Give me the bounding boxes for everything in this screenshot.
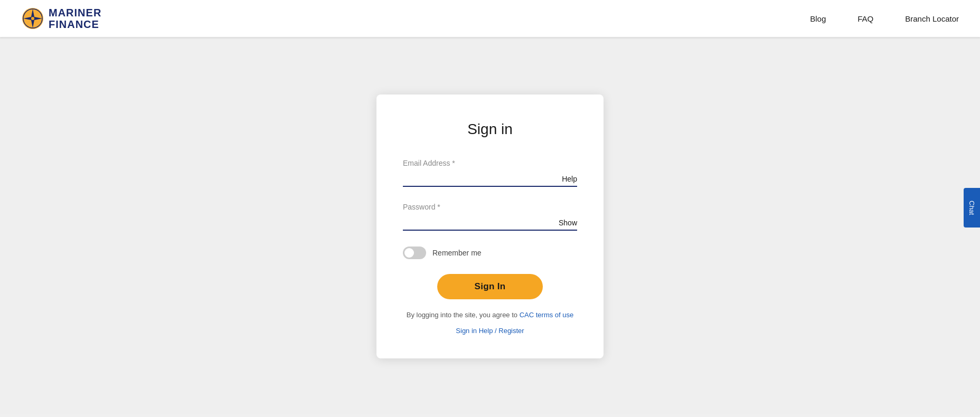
logo-finance: FINANCE bbox=[49, 18, 101, 30]
cac-terms-link[interactable]: CAC terms of use bbox=[520, 311, 574, 319]
password-label: Password * bbox=[403, 203, 440, 211]
password-input-wrapper: Show bbox=[403, 214, 577, 231]
terms-text: By logging into the site, you agree to C… bbox=[403, 310, 577, 320]
logo-text: MARINER FINANCE bbox=[49, 7, 101, 30]
email-input-wrapper: Help bbox=[403, 170, 577, 187]
nav-faq[interactable]: FAQ bbox=[858, 14, 873, 23]
email-label: Email Address * bbox=[403, 159, 455, 167]
logo-icon bbox=[21, 7, 44, 30]
nav-blog[interactable]: Blog bbox=[810, 14, 826, 23]
header: MARINER FINANCE Blog FAQ Branch Locator bbox=[0, 0, 980, 37]
nav-branch-locator[interactable]: Branch Locator bbox=[905, 14, 959, 23]
password-field-group: Show Password * bbox=[403, 203, 577, 231]
signin-title: Sign in bbox=[403, 121, 577, 138]
terms-prefix: By logging into the site, you agree to bbox=[407, 311, 520, 319]
email-field-group: Help Email Address * bbox=[403, 159, 577, 187]
password-show-button[interactable]: Show bbox=[559, 216, 577, 229]
nav: Blog FAQ Branch Locator bbox=[810, 14, 959, 23]
svg-point-6 bbox=[31, 17, 34, 20]
logo[interactable]: MARINER FINANCE bbox=[21, 7, 101, 30]
email-help-button[interactable]: Help bbox=[562, 173, 577, 185]
remember-me-row: Remember me bbox=[403, 247, 577, 259]
email-input[interactable] bbox=[403, 170, 577, 187]
signin-button[interactable]: Sign In bbox=[437, 274, 543, 299]
chat-button[interactable]: Chat bbox=[964, 188, 980, 228]
main-content: Sign in Help Email Address * Show Passwo… bbox=[0, 39, 980, 414]
signin-card: Sign in Help Email Address * Show Passwo… bbox=[376, 94, 604, 358]
password-input[interactable] bbox=[403, 214, 577, 231]
remember-me-label: Remember me bbox=[432, 249, 482, 257]
toggle-slider bbox=[403, 247, 426, 259]
remember-me-toggle[interactable] bbox=[403, 247, 426, 259]
logo-mariner: MARINER bbox=[49, 7, 101, 18]
help-register-link[interactable]: Sign in Help / Register bbox=[403, 327, 577, 335]
